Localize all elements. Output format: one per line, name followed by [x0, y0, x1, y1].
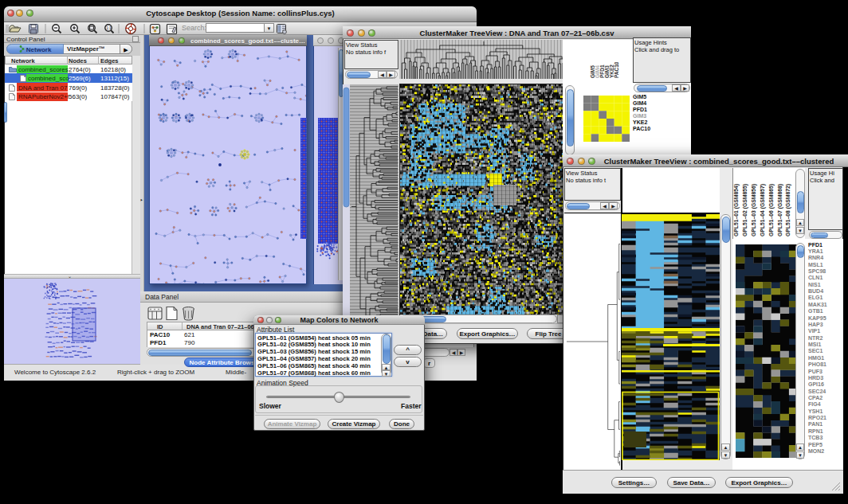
- svg-text:GPL51–08 (GSM872): GPL51–08 (GSM872): [785, 184, 791, 236]
- svg-text:GPL51–03 (GSM856): GPL51–03 (GSM856): [751, 184, 757, 236]
- svg-text:GPL51–02 (GSM855): GPL51–02 (GSM855): [742, 184, 748, 236]
- svg-text:GPL51–06 (GSM865): GPL51–06 (GSM865): [768, 184, 775, 236]
- svg-text:PAC10: PAC10: [614, 61, 619, 78]
- svg-text:GPL51–07 (GSM868): GPL51–07 (GSM868): [777, 184, 783, 236]
- svg-text:1:1: 1:1: [106, 26, 112, 30]
- svg-text:GPL51–04 (GSM857): GPL51–04 (GSM857): [760, 184, 766, 236]
- svg-text:GPL51–01 (GSM854): GPL51–01 (GSM854): [733, 184, 740, 236]
